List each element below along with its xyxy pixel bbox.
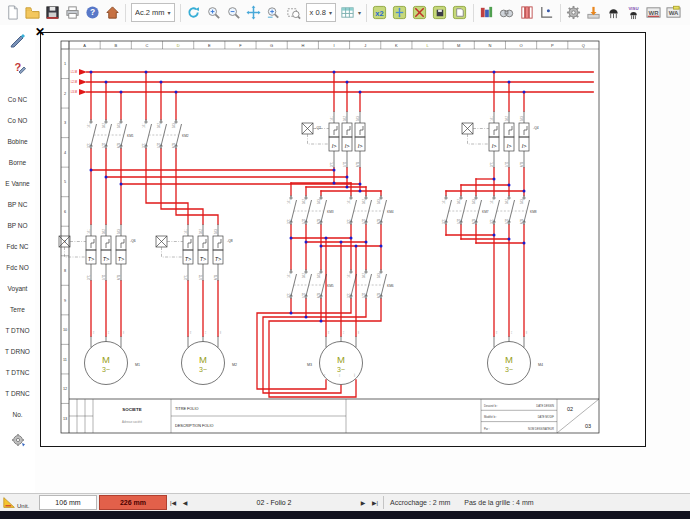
help-tool-icon: ? bbox=[10, 59, 26, 75]
save-icon[interactable] bbox=[42, 2, 62, 23]
svg-text:3~: 3~ bbox=[102, 366, 110, 373]
svg-text:1: 1 bbox=[64, 62, 66, 66]
svg-text:5/L3: 5/L3 bbox=[317, 272, 321, 278]
visu-icon[interactable]: VISU bbox=[624, 2, 644, 23]
grid-info-label: Pas de la grille : 4 mm bbox=[464, 499, 533, 506]
svg-text:N: N bbox=[488, 43, 491, 48]
open-folder-icon[interactable] bbox=[22, 2, 42, 23]
sidebar-item-t-drno[interactable]: T DRNO bbox=[1, 341, 35, 362]
paste-green-icon[interactable] bbox=[450, 2, 470, 23]
pan-icon[interactable] bbox=[244, 2, 264, 23]
delete-green-icon[interactable] bbox=[410, 2, 430, 23]
svg-text:I>: I> bbox=[358, 143, 364, 149]
zoom-out-icon[interactable] bbox=[224, 2, 244, 23]
status-bar: Unit. 106 mm 226 mm |◀ ◀ 02 - Folio 2 ▶ … bbox=[0, 493, 690, 511]
svg-text:5/L3: 5/L3 bbox=[520, 198, 524, 204]
svg-text:4/T2: 4/T2 bbox=[102, 142, 106, 148]
svg-text:K: K bbox=[395, 43, 398, 48]
svg-text:6/T3: 6/T3 bbox=[472, 218, 476, 224]
palette-icon[interactable] bbox=[477, 2, 497, 23]
svg-text:5/L3: 5/L3 bbox=[317, 198, 321, 204]
sidebar-item-co-no[interactable]: Co NO bbox=[1, 110, 35, 131]
import-icon[interactable] bbox=[584, 2, 604, 23]
sidebar-item-bp-nc[interactable]: BP NC bbox=[1, 194, 35, 215]
symbol-gear-button[interactable] bbox=[5, 428, 31, 452]
zoom-window-icon[interactable] bbox=[284, 2, 304, 23]
svg-text:SOCIETE: SOCIETE bbox=[122, 407, 141, 412]
wa-badge-icon[interactable]: WA bbox=[664, 2, 684, 23]
zoom-grid-icon[interactable] bbox=[264, 2, 284, 23]
coord-y-cell: 226 mm bbox=[99, 495, 167, 510]
scale-dropdown[interactable]: x 0.8 ▾ bbox=[306, 3, 336, 22]
svg-text:F: F bbox=[239, 43, 242, 48]
prev-folio-button[interactable]: ◀ bbox=[179, 499, 191, 506]
axes-icon[interactable] bbox=[537, 2, 557, 23]
first-folio-button[interactable]: |◀ bbox=[167, 499, 179, 506]
refresh-icon[interactable] bbox=[184, 2, 204, 23]
sidebar-item-borne[interactable]: Borne bbox=[1, 152, 35, 173]
svg-text:12: 12 bbox=[63, 387, 67, 391]
grid-table-icon[interactable] bbox=[338, 2, 358, 23]
sidebar-item-no[interactable]: No. bbox=[1, 404, 35, 425]
svg-text:KM2: KM2 bbox=[182, 134, 189, 138]
snap-dropdown[interactable]: Ac.2 mm ▾ bbox=[131, 3, 175, 22]
svg-text:M: M bbox=[337, 354, 345, 365]
copy-green-icon[interactable] bbox=[430, 2, 450, 23]
drawing-canvas[interactable]: ✕ ABCDEFGHIJKLMNOPQ12345678910111213SOCI… bbox=[35, 25, 690, 494]
sidebar-item-fdc-nc[interactable]: Fdc NC bbox=[1, 236, 35, 257]
last-folio-button[interactable]: ▶| bbox=[369, 499, 381, 506]
sidebar-item-terre[interactable]: Terre bbox=[1, 299, 35, 320]
svg-text:3/L2: 3/L2 bbox=[102, 122, 106, 128]
svg-text:2/T1: 2/T1 bbox=[490, 218, 494, 224]
sidebar-item-e-vanne[interactable]: E Vanne bbox=[1, 173, 35, 194]
help-tool-button[interactable]: ? bbox=[5, 55, 31, 79]
svg-text:U1: U1 bbox=[327, 330, 329, 334]
print-icon[interactable] bbox=[62, 2, 82, 23]
svg-text:3/L2: 3/L2 bbox=[302, 198, 306, 204]
svg-text:4/T2: 4/T2 bbox=[362, 292, 366, 298]
svg-text:V1: V1 bbox=[342, 330, 344, 334]
svg-text:-Q6: -Q6 bbox=[130, 239, 136, 243]
chevron-down-icon[interactable]: ▾ bbox=[358, 9, 361, 16]
sidebar-item-co-nc[interactable]: Co NC bbox=[1, 89, 35, 110]
sidebar-item-voyant[interactable]: Voyant bbox=[1, 278, 35, 299]
move-green-icon[interactable] bbox=[390, 2, 410, 23]
sidebar-item-bobine[interactable]: Bobine bbox=[1, 131, 35, 152]
draw-tool-button[interactable] bbox=[5, 28, 31, 52]
columns-icon[interactable] bbox=[517, 2, 537, 23]
toolbar-edit-group: x2 bbox=[370, 2, 470, 23]
sidebar-item-t-dtnc[interactable]: T DTNC bbox=[1, 362, 35, 383]
svg-text:2/T1: 2/T1 bbox=[142, 142, 146, 148]
unit-button[interactable]: Unit. bbox=[3, 496, 37, 509]
sidebar-item-t-drnc[interactable]: T DRNC bbox=[1, 383, 35, 404]
wr-badge-icon[interactable]: WR bbox=[644, 2, 664, 23]
help-icon[interactable]: ? bbox=[82, 2, 102, 23]
new-file-icon[interactable] bbox=[2, 2, 22, 23]
svg-text:11: 11 bbox=[63, 358, 67, 362]
zoom-in-icon[interactable] bbox=[204, 2, 224, 23]
svg-text:T>: T> bbox=[88, 256, 95, 262]
svg-text:DESCRIPTION FOLIO: DESCRIPTION FOLIO bbox=[175, 424, 213, 428]
binoculars-icon[interactable] bbox=[497, 2, 517, 23]
svg-text:?: ? bbox=[89, 7, 94, 17]
svg-text:M: M bbox=[457, 43, 460, 48]
svg-text:H: H bbox=[301, 43, 304, 48]
sidebar-item-fdc-no[interactable]: Fdc NO bbox=[1, 257, 35, 278]
svg-text:4/T2: 4/T2 bbox=[505, 218, 509, 224]
svg-text:6/T3: 6/T3 bbox=[377, 218, 381, 224]
sidebar-item-bp-no[interactable]: BP NO bbox=[1, 215, 35, 236]
svg-text:L2-M: L2-M bbox=[71, 80, 78, 84]
duplicate-x2-icon[interactable]: x2 bbox=[370, 2, 390, 23]
next-folio-button[interactable]: ▶ bbox=[357, 499, 369, 506]
schematic-page[interactable]: ✕ ABCDEFGHIJKLMNOPQ12345678910111213SOCI… bbox=[40, 32, 646, 447]
svg-text:WA: WA bbox=[669, 10, 679, 16]
svg-text:Adresse société: Adresse société bbox=[122, 420, 142, 424]
settings-gear-icon[interactable] bbox=[564, 2, 584, 23]
component-icon[interactable] bbox=[604, 2, 624, 23]
svg-text:5/L3: 5/L3 bbox=[172, 122, 176, 128]
toolbar-separator bbox=[560, 4, 561, 22]
svg-text:-Q2: -Q2 bbox=[315, 126, 321, 130]
svg-text:3/L2: 3/L2 bbox=[505, 115, 509, 121]
home-icon[interactable] bbox=[102, 2, 122, 23]
sidebar-item-t-dtno[interactable]: T DTNO bbox=[1, 320, 35, 341]
